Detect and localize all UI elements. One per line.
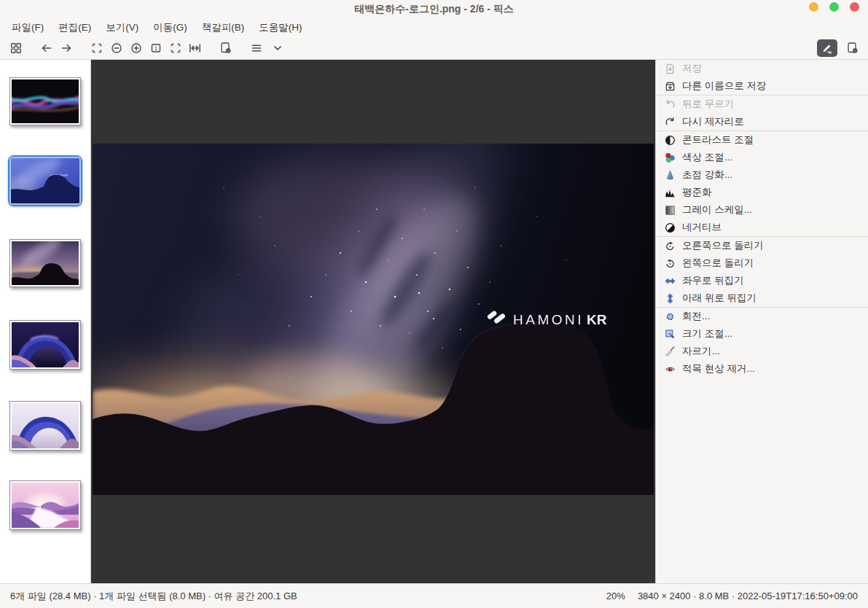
menu-bookmarks[interactable]: 책갈피(B) <box>195 20 252 36</box>
negative-icon <box>664 222 676 233</box>
undo-icon <box>664 98 676 110</box>
edit-item-redo[interactable]: 다시 제자리로 <box>656 113 868 130</box>
browser-grid-icon[interactable] <box>6 39 26 57</box>
menubar: 파일(F) 편집(E) 보기(V) 이동(G) 책갈피(B) 도움말(H) <box>0 18 868 36</box>
pencil-icon <box>821 42 833 54</box>
thumbnail-1-aurora[interactable] <box>9 77 81 125</box>
save-icon <box>664 63 676 74</box>
chevron-down-icon[interactable] <box>267 39 287 57</box>
toolbar-right-group <box>817 39 862 57</box>
edit-item-rotate-free[interactable]: 회전... <box>656 308 868 325</box>
edit-item-negative[interactable]: 네거티브 <box>656 219 868 236</box>
maximize-button[interactable] <box>829 2 839 12</box>
contrast-icon <box>664 134 676 146</box>
zoom-fit-best-icon[interactable] <box>165 39 185 57</box>
equalize-icon <box>664 187 676 198</box>
edit-item-sharpen[interactable]: 초점 강화... <box>656 166 868 184</box>
menu-view[interactable]: 보기(V) <box>98 20 146 36</box>
save-as-icon <box>664 80 676 92</box>
edit-item-save[interactable]: 저장 <box>656 60 868 77</box>
redo-icon <box>664 116 676 128</box>
edit-item-rotate-right[interactable]: 오른쪽으로 돌리기 <box>656 237 868 254</box>
thumbnail-sidebar: ⌁ HAMONIKR <box>0 60 91 583</box>
file-count-status: 6개 파일 (28.4 MB) · 1개 파일 선택됨 (8.0 MB) · 여… <box>10 590 606 603</box>
svg-text:KR: KR <box>587 312 607 327</box>
statusbar: 6개 파일 (28.4 MB) · 1개 파일 선택됨 (8.0 MB) · 여… <box>0 583 868 608</box>
menu-help[interactable]: 도움말(H) <box>251 20 309 36</box>
forward-icon[interactable] <box>56 39 76 57</box>
minimize-button[interactable] <box>809 2 818 12</box>
flip-horizontal-icon <box>664 275 676 287</box>
thumbnail-2-milkyway-blue-selected[interactable]: ⌁ HAMONIKR <box>8 155 82 206</box>
resize-icon <box>664 328 676 340</box>
window-controls <box>809 2 859 12</box>
back-icon[interactable] <box>36 39 56 57</box>
thumbnail-4-arch-dark[interactable] <box>9 320 81 370</box>
color-adjust-icon <box>664 152 676 163</box>
toolbar: 1 <box>0 36 868 60</box>
edit-item-crop[interactable]: 자르기... <box>656 343 868 360</box>
rotate-right-icon <box>664 240 676 252</box>
menu-go[interactable]: 이동(G) <box>146 20 195 36</box>
edit-item-save-as[interactable]: 다른 이름으로 저장 <box>656 77 868 95</box>
edit-panel: 저장 다른 이름으로 저장 뒤로 무르기 다시 제자리로 콘트라스트 조절 <box>655 60 868 583</box>
file-properties-icon[interactable] <box>842 39 862 57</box>
menu-file[interactable]: 파일(F) <box>4 20 51 36</box>
edit-item-red-eye[interactable]: 적목 현상 제거... <box>656 360 868 378</box>
thumbnail-6-pink-valley[interactable] <box>9 480 81 530</box>
zoom-fit-icon[interactable] <box>87 39 106 57</box>
thumbnail-5-arch-light[interactable] <box>9 401 81 451</box>
zoom-out-icon[interactable] <box>106 39 126 57</box>
sharpen-icon <box>664 169 676 181</box>
image-canvas[interactable]: HAMONI KR <box>91 60 655 583</box>
window-title: 태백은하수-로그인.png - 2/6 - 픽스 <box>354 3 514 16</box>
titlebar: 태백은하수-로그인.png - 2/6 - 픽스 <box>0 0 868 18</box>
close-button[interactable] <box>850 2 859 12</box>
menu-icon[interactable] <box>246 39 266 57</box>
menu-edit[interactable]: 편집(E) <box>51 20 98 36</box>
edit-item-contrast[interactable]: 콘트라스트 조절 <box>656 131 868 149</box>
svg-text:HAMONI: HAMONI <box>513 312 584 327</box>
image-info-status: 3840 × 2400 · 8.0 MB · 2022-05-19T17:16:… <box>638 591 858 601</box>
rotate-icon <box>664 311 676 322</box>
zoom-in-icon[interactable] <box>126 39 146 57</box>
fit-width-icon[interactable] <box>185 39 205 57</box>
svg-text:1: 1 <box>154 44 157 51</box>
red-eye-icon <box>664 363 676 375</box>
main-image: HAMONI KR <box>93 144 654 495</box>
edit-item-flip-horizontal[interactable]: 좌우로 뒤집기 <box>656 272 868 289</box>
edit-item-undo[interactable]: 뒤로 무르기 <box>656 96 868 113</box>
edit-item-rotate-left[interactable]: 왼쪽으로 돌리기 <box>656 254 868 272</box>
edit-file-button[interactable] <box>817 39 837 57</box>
apply-tools-icon[interactable] <box>216 39 235 57</box>
edit-item-resize[interactable]: 크기 조절... <box>656 325 868 343</box>
thumbnail-3-milkyway[interactable] <box>9 239 81 287</box>
flip-vertical-icon <box>664 292 676 304</box>
rotate-left-icon <box>664 257 676 269</box>
app-window: 태백은하수-로그인.png - 2/6 - 픽스 파일(F) 편집(E) 보기(… <box>0 0 868 608</box>
zoom-100-icon[interactable]: 1 <box>146 39 165 57</box>
grayscale-icon <box>664 204 676 216</box>
edit-item-flip-vertical[interactable]: 아래 위로 뒤집기 <box>656 289 868 307</box>
edit-item-color-adjust[interactable]: 색상 조절... <box>656 149 868 166</box>
edit-item-grayscale[interactable]: 그레이 스케일... <box>656 201 868 219</box>
zoom-level: 20% <box>606 591 625 601</box>
edit-item-equalize[interactable]: 평준화 <box>656 184 868 201</box>
crop-icon <box>664 346 676 357</box>
